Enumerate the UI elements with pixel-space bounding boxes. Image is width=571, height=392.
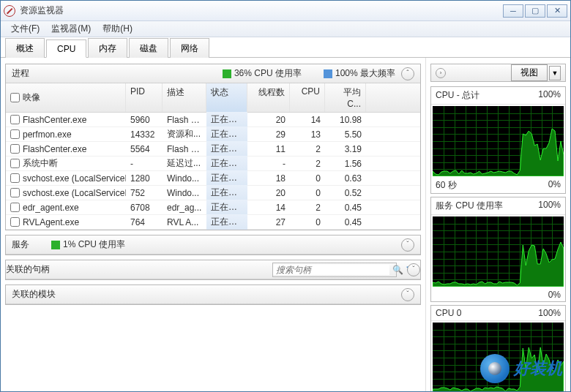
- tab-memory[interactable]: 内存: [88, 38, 127, 58]
- cpu-graph: 服务 CPU 使用率100%0%: [430, 197, 566, 302]
- collapse-handles-button[interactable]: ˇ: [407, 263, 420, 276]
- legend-max-freq: 100% 最大频率: [335, 67, 395, 80]
- processes-title: 进程: [12, 67, 29, 80]
- col-pid[interactable]: PID: [126, 83, 163, 112]
- menubar: 文件(F) 监视器(M) 帮助(H): [1, 21, 570, 37]
- header-checkbox[interactable]: [10, 93, 20, 102]
- legend-blue-icon: [324, 69, 332, 78]
- row-checkbox[interactable]: [10, 188, 20, 197]
- row-checkbox[interactable]: [10, 203, 20, 212]
- row-checkbox[interactable]: [10, 115, 20, 124]
- legend-green-icon: [223, 69, 231, 78]
- row-checkbox[interactable]: [10, 144, 20, 154]
- processes-panel: 进程 36% CPU 使用率 100% 最大频率 ˆ 映像 PID 描述 状态 …: [5, 64, 421, 230]
- menu-monitor[interactable]: 监视器(M): [45, 21, 97, 37]
- process-table-header: 映像 PID 描述 状态 线程数 CPU 平均 C...: [6, 83, 420, 113]
- window-title: 资源监视器: [20, 4, 503, 17]
- handles-panel: 关联的句柄 🔍 ↻ ˇ: [5, 260, 421, 280]
- row-checkbox[interactable]: [10, 159, 20, 168]
- tab-disk[interactable]: 磁盘: [129, 38, 168, 58]
- tab-cpu[interactable]: CPU: [46, 39, 86, 58]
- tab-network[interactable]: 网络: [170, 38, 209, 58]
- modules-title: 关联的模块: [12, 288, 56, 301]
- col-desc[interactable]: 描述: [163, 83, 206, 112]
- view-button[interactable]: 视图: [511, 64, 548, 81]
- collapse-processes-button[interactable]: ˆ: [401, 67, 414, 80]
- legend-cpu-usage: 36% CPU 使用率: [234, 67, 302, 80]
- table-row[interactable]: svchost.exe (LocalServiceN...1280Windo..…: [6, 171, 420, 186]
- col-avg[interactable]: 平均 C...: [325, 83, 366, 112]
- titlebar: 资源监视器 ─ ▢ ✕: [1, 1, 570, 21]
- menu-help[interactable]: 帮助(H): [97, 21, 138, 37]
- table-row[interactable]: FlashCenter.exe5960Flash C...正在运行201410.…: [6, 113, 420, 127]
- table-row[interactable]: svchost.exe (LocalServiceN...752Windo...…: [6, 186, 420, 200]
- legend-green-icon: [51, 241, 60, 249]
- row-checkbox[interactable]: [10, 217, 20, 227]
- table-row[interactable]: 系统中断-延迟过...正在运行-21.56: [6, 157, 420, 171]
- col-threads[interactable]: 线程数: [247, 83, 290, 112]
- handles-title: 关联的句柄: [6, 263, 50, 276]
- col-status[interactable]: 状态: [206, 83, 247, 112]
- table-row[interactable]: FlashCenter.exe5564Flash C...正在运行1123.19: [6, 142, 420, 157]
- col-cpu[interactable]: CPU: [290, 83, 325, 112]
- collapse-services-button[interactable]: ˇ: [401, 238, 414, 252]
- view-dropdown-button[interactable]: ▼: [549, 66, 561, 80]
- close-button[interactable]: ✕: [547, 4, 567, 18]
- collapse-right-button[interactable]: ›: [436, 68, 446, 78]
- search-handles-input[interactable]: [273, 265, 389, 275]
- cpu-graph: CPU - 总计100%60 秒0%: [430, 86, 566, 194]
- services-panel: 服务 1% CPU 使用率 ˇ: [5, 235, 421, 255]
- table-row[interactable]: RVLAgent.exe764RVL A...正在运行2700.45: [6, 215, 420, 230]
- table-row[interactable]: perfmon.exe14332资源和...正在运行29135.50: [6, 127, 420, 142]
- legend-services-cpu: 1% CPU 使用率: [63, 238, 125, 251]
- col-image[interactable]: 映像: [23, 91, 40, 104]
- minimize-button[interactable]: ─: [503, 4, 523, 18]
- tab-strip: 概述 CPU 内存 磁盘 网络: [1, 37, 570, 58]
- services-title: 服务: [12, 238, 29, 251]
- modules-panel: 关联的模块 ˇ: [5, 284, 421, 305]
- menu-file[interactable]: 文件(F): [5, 21, 45, 37]
- table-row[interactable]: edr_agent.exe6708edr_ag...正在运行1420.45: [6, 200, 420, 215]
- row-checkbox[interactable]: [10, 129, 20, 139]
- cpu-graph: CPU 0100%0%: [430, 305, 566, 391]
- collapse-modules-button[interactable]: ˇ: [401, 288, 414, 301]
- right-header: › 视图 ▼: [430, 64, 566, 82]
- row-checkbox[interactable]: [10, 173, 20, 183]
- search-icon[interactable]: 🔍: [392, 265, 403, 275]
- app-icon: [4, 5, 15, 17]
- tab-overview[interactable]: 概述: [5, 38, 45, 58]
- maximize-button[interactable]: ▢: [525, 4, 545, 18]
